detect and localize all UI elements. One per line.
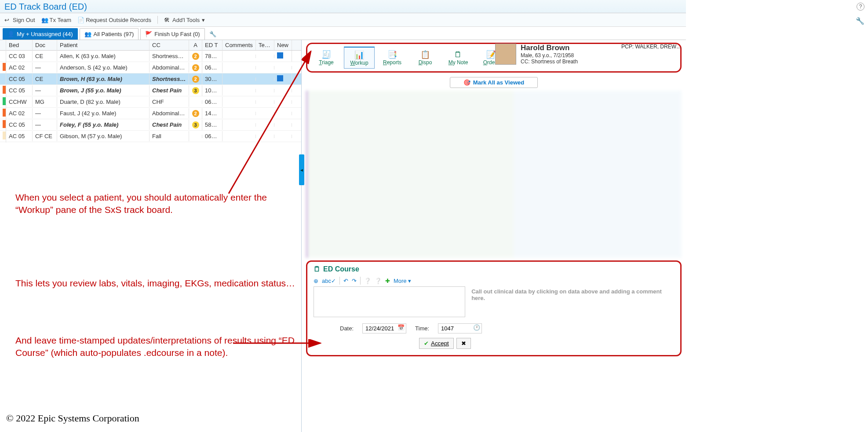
sign-out-icon: ↩ — [4, 17, 11, 23]
request-icon: 📄 — [77, 17, 84, 23]
tools-icon: 🛠 — [164, 17, 170, 23]
help2-icon[interactable]: ❔ — [375, 278, 382, 284]
avatar — [495, 44, 516, 65]
wrench-icon[interactable]: 🔧 — [207, 29, 219, 39]
arrow-1 — [224, 48, 317, 198]
patient-header: Harold Brown Male, 63 y.o., 7/2/1958 CC:… — [495, 44, 578, 65]
addl-tools-button[interactable]: 🛠Add'l Tools ▾ — [164, 17, 205, 23]
plus-icon[interactable]: ✚ — [385, 278, 390, 284]
col-cc[interactable]: CC — [150, 40, 189, 50]
ed-course-title: 🗒ED Course — [314, 265, 674, 273]
col-edt[interactable]: ED T — [202, 40, 222, 50]
check-icon: ✔ — [424, 340, 429, 347]
sign-out-button[interactable]: ↩Sign Out — [4, 17, 35, 23]
accept-button[interactable]: ✔Accept — [419, 338, 454, 349]
tab-reports[interactable]: 📑Reports — [377, 47, 408, 69]
time-label: Time: — [415, 325, 429, 332]
date-label: Date: — [340, 325, 354, 332]
toolbar: ↩Sign Out 👥Tx Team 📄Request Outside Reco… — [0, 13, 686, 27]
workup-content-blurred — [306, 91, 682, 258]
cancel-button[interactable]: ✖ — [456, 338, 471, 349]
help-icon[interactable]: ? — [857, 3, 864, 11]
reports-icon: 📑 — [387, 50, 397, 59]
dispo-icon: 📋 — [420, 50, 430, 59]
orders-icon: 📝 — [486, 50, 496, 59]
target-icon: 🎯 — [463, 79, 470, 86]
col-bed[interactable]: Bed — [6, 40, 33, 50]
ed-course-textarea[interactable] — [314, 286, 465, 317]
workup-icon: 📊 — [354, 50, 364, 60]
request-outside-button[interactable]: 📄Request Outside Records — [77, 17, 151, 23]
clock-icon[interactable]: 🕐 — [473, 324, 480, 331]
annotation-2: This lets you review labs, vitals, imagi… — [15, 277, 297, 289]
wrench-icon[interactable]: 🔧 — [856, 17, 864, 25]
my note-icon: 🗒 — [454, 50, 462, 59]
ed-course-toolbar: ⊕ abc✓ ↶ ↷ ❔ ❔ ✚ More ▾ — [314, 277, 674, 285]
patient-cc: CC: Shortness of Breath — [521, 59, 578, 65]
undo-icon[interactable]: ↶ — [343, 278, 348, 284]
copyright: © 2022 Epic Systems Corporation — [6, 413, 139, 424]
tab-finish-fast[interactable]: 🚩Finish Up Fast (0) — [140, 28, 204, 40]
ed-course-panel: 🗒ED Course ⊕ abc✓ ↶ ↷ ❔ ❔ ✚ More ▾ Call … — [306, 260, 682, 356]
col-doc[interactable]: Doc — [33, 40, 57, 50]
tab-all-patients[interactable]: 👥All Patients (97) — [80, 28, 139, 40]
filter-tabs: 👤My + Unassigned (44) 👥All Patients (97)… — [0, 27, 686, 40]
patient-name: Harold Brown — [521, 44, 578, 52]
col-a[interactable]: A — [189, 40, 202, 50]
redo-icon[interactable]: ↷ — [352, 278, 357, 284]
person-icon: 👤 — [7, 31, 15, 37]
calendar-icon[interactable]: 📅 — [398, 324, 405, 331]
patient-demographics: Male, 63 y.o., 7/2/1958 — [521, 52, 578, 59]
flag-icon: 🚩 — [145, 31, 152, 37]
team-icon: 👥 — [41, 17, 47, 23]
page-title: ED Track Board (ED) — [4, 2, 682, 12]
more-button[interactable]: More ▾ — [394, 278, 411, 284]
mark-all-viewed-button[interactable]: 🎯 Mark All as Viewed — [450, 77, 538, 88]
ed-course-hint: Call out clinical data by clicking on da… — [471, 286, 674, 317]
pcp-label: PCP: WALKER, DREW… — [621, 44, 682, 50]
arrow-2 — [231, 330, 323, 352]
col-patient[interactable]: Patient — [57, 40, 150, 50]
help1-icon[interactable]: ❔ — [364, 278, 371, 284]
tab-dispo[interactable]: 📋Dispo — [410, 47, 441, 69]
close-icon: ✖ — [461, 340, 466, 347]
tx-team-button[interactable]: 👥Tx Team — [41, 17, 72, 23]
zoom-in-icon[interactable]: ⊕ — [314, 278, 318, 284]
tab-my-unassigned[interactable]: 👤My + Unassigned (44) — [3, 28, 78, 40]
tab-my-note[interactable]: 🗒My Note — [443, 47, 474, 69]
tab-workup[interactable]: 📊Workup — [344, 47, 375, 69]
note-icon: 🗒 — [314, 265, 321, 273]
svg-line-0 — [229, 53, 310, 194]
spellcheck-icon[interactable]: abc✓ — [322, 278, 336, 284]
people-icon: 👥 — [84, 31, 91, 37]
triage-icon: 🧾 — [321, 50, 331, 59]
